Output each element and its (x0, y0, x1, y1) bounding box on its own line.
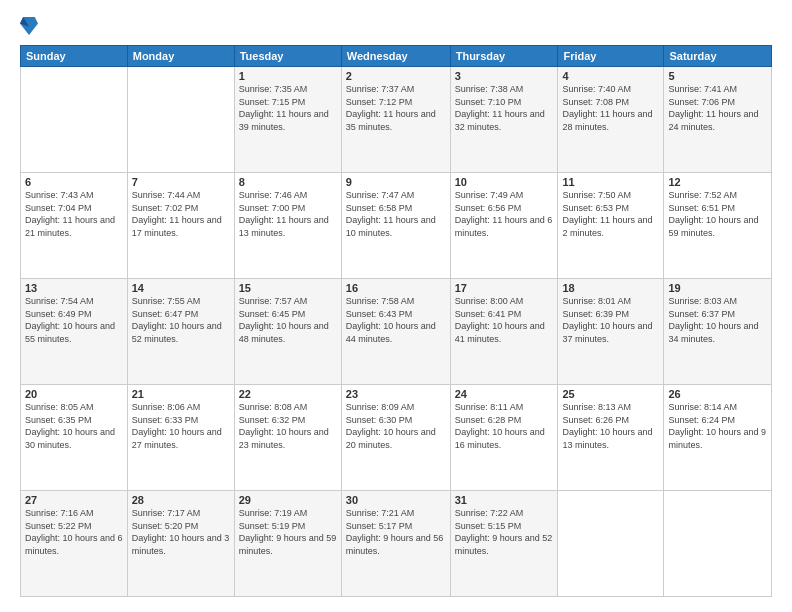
day-info: Sunrise: 7:22 AM Sunset: 5:15 PM Dayligh… (455, 507, 554, 557)
day-number: 16 (346, 282, 446, 294)
day-number: 6 (25, 176, 123, 188)
calendar-cell: 12Sunrise: 7:52 AM Sunset: 6:51 PM Dayli… (664, 173, 772, 279)
day-info: Sunrise: 8:13 AM Sunset: 6:26 PM Dayligh… (562, 401, 659, 451)
day-info: Sunrise: 7:46 AM Sunset: 7:00 PM Dayligh… (239, 189, 337, 239)
calendar-cell: 8Sunrise: 7:46 AM Sunset: 7:00 PM Daylig… (234, 173, 341, 279)
calendar-cell (664, 491, 772, 597)
calendar-body: 1Sunrise: 7:35 AM Sunset: 7:15 PM Daylig… (21, 67, 772, 597)
calendar: SundayMondayTuesdayWednesdayThursdayFrid… (20, 45, 772, 597)
day-of-week-sunday: Sunday (21, 46, 128, 67)
calendar-cell: 1Sunrise: 7:35 AM Sunset: 7:15 PM Daylig… (234, 67, 341, 173)
day-number: 9 (346, 176, 446, 188)
day-info: Sunrise: 7:47 AM Sunset: 6:58 PM Dayligh… (346, 189, 446, 239)
day-number: 26 (668, 388, 767, 400)
calendar-cell: 15Sunrise: 7:57 AM Sunset: 6:45 PM Dayli… (234, 279, 341, 385)
calendar-cell: 4Sunrise: 7:40 AM Sunset: 7:08 PM Daylig… (558, 67, 664, 173)
day-info: Sunrise: 7:17 AM Sunset: 5:20 PM Dayligh… (132, 507, 230, 557)
calendar-cell: 22Sunrise: 8:08 AM Sunset: 6:32 PM Dayli… (234, 385, 341, 491)
calendar-cell: 3Sunrise: 7:38 AM Sunset: 7:10 PM Daylig… (450, 67, 558, 173)
day-info: Sunrise: 7:49 AM Sunset: 6:56 PM Dayligh… (455, 189, 554, 239)
day-info: Sunrise: 8:05 AM Sunset: 6:35 PM Dayligh… (25, 401, 123, 451)
day-info: Sunrise: 7:57 AM Sunset: 6:45 PM Dayligh… (239, 295, 337, 345)
calendar-cell: 2Sunrise: 7:37 AM Sunset: 7:12 PM Daylig… (341, 67, 450, 173)
calendar-cell: 7Sunrise: 7:44 AM Sunset: 7:02 PM Daylig… (127, 173, 234, 279)
day-number: 12 (668, 176, 767, 188)
day-info: Sunrise: 7:38 AM Sunset: 7:10 PM Dayligh… (455, 83, 554, 133)
day-number: 15 (239, 282, 337, 294)
day-number: 19 (668, 282, 767, 294)
day-number: 5 (668, 70, 767, 82)
day-info: Sunrise: 8:00 AM Sunset: 6:41 PM Dayligh… (455, 295, 554, 345)
day-info: Sunrise: 8:09 AM Sunset: 6:30 PM Dayligh… (346, 401, 446, 451)
day-number: 14 (132, 282, 230, 294)
day-number: 29 (239, 494, 337, 506)
day-number: 24 (455, 388, 554, 400)
calendar-cell: 29Sunrise: 7:19 AM Sunset: 5:19 PM Dayli… (234, 491, 341, 597)
day-number: 4 (562, 70, 659, 82)
week-row: 1Sunrise: 7:35 AM Sunset: 7:15 PM Daylig… (21, 67, 772, 173)
day-number: 28 (132, 494, 230, 506)
calendar-cell: 10Sunrise: 7:49 AM Sunset: 6:56 PM Dayli… (450, 173, 558, 279)
day-info: Sunrise: 7:19 AM Sunset: 5:19 PM Dayligh… (239, 507, 337, 557)
day-info: Sunrise: 7:35 AM Sunset: 7:15 PM Dayligh… (239, 83, 337, 133)
calendar-cell: 27Sunrise: 7:16 AM Sunset: 5:22 PM Dayli… (21, 491, 128, 597)
day-number: 1 (239, 70, 337, 82)
day-number: 31 (455, 494, 554, 506)
calendar-cell (558, 491, 664, 597)
day-info: Sunrise: 7:55 AM Sunset: 6:47 PM Dayligh… (132, 295, 230, 345)
day-number: 22 (239, 388, 337, 400)
calendar-cell: 9Sunrise: 7:47 AM Sunset: 6:58 PM Daylig… (341, 173, 450, 279)
calendar-cell: 24Sunrise: 8:11 AM Sunset: 6:28 PM Dayli… (450, 385, 558, 491)
day-info: Sunrise: 8:01 AM Sunset: 6:39 PM Dayligh… (562, 295, 659, 345)
calendar-cell: 20Sunrise: 8:05 AM Sunset: 6:35 PM Dayli… (21, 385, 128, 491)
day-number: 7 (132, 176, 230, 188)
day-number: 11 (562, 176, 659, 188)
day-number: 21 (132, 388, 230, 400)
calendar-cell: 16Sunrise: 7:58 AM Sunset: 6:43 PM Dayli… (341, 279, 450, 385)
calendar-cell: 5Sunrise: 7:41 AM Sunset: 7:06 PM Daylig… (664, 67, 772, 173)
day-info: Sunrise: 8:06 AM Sunset: 6:33 PM Dayligh… (132, 401, 230, 451)
day-number: 25 (562, 388, 659, 400)
day-info: Sunrise: 7:54 AM Sunset: 6:49 PM Dayligh… (25, 295, 123, 345)
day-info: Sunrise: 7:41 AM Sunset: 7:06 PM Dayligh… (668, 83, 767, 133)
day-number: 2 (346, 70, 446, 82)
calendar-cell: 30Sunrise: 7:21 AM Sunset: 5:17 PM Dayli… (341, 491, 450, 597)
day-info: Sunrise: 7:50 AM Sunset: 6:53 PM Dayligh… (562, 189, 659, 239)
day-info: Sunrise: 8:14 AM Sunset: 6:24 PM Dayligh… (668, 401, 767, 451)
day-info: Sunrise: 8:08 AM Sunset: 6:32 PM Dayligh… (239, 401, 337, 451)
calendar-header: SundayMondayTuesdayWednesdayThursdayFrid… (21, 46, 772, 67)
day-info: Sunrise: 7:16 AM Sunset: 5:22 PM Dayligh… (25, 507, 123, 557)
day-of-week-monday: Monday (127, 46, 234, 67)
logo-icon (20, 15, 38, 37)
day-number: 23 (346, 388, 446, 400)
day-number: 10 (455, 176, 554, 188)
day-info: Sunrise: 7:43 AM Sunset: 7:04 PM Dayligh… (25, 189, 123, 239)
day-of-week-tuesday: Tuesday (234, 46, 341, 67)
day-number: 30 (346, 494, 446, 506)
day-info: Sunrise: 8:11 AM Sunset: 6:28 PM Dayligh… (455, 401, 554, 451)
calendar-cell: 18Sunrise: 8:01 AM Sunset: 6:39 PM Dayli… (558, 279, 664, 385)
day-number: 20 (25, 388, 123, 400)
week-row: 27Sunrise: 7:16 AM Sunset: 5:22 PM Dayli… (21, 491, 772, 597)
week-row: 6Sunrise: 7:43 AM Sunset: 7:04 PM Daylig… (21, 173, 772, 279)
day-number: 17 (455, 282, 554, 294)
calendar-cell: 26Sunrise: 8:14 AM Sunset: 6:24 PM Dayli… (664, 385, 772, 491)
day-info: Sunrise: 7:37 AM Sunset: 7:12 PM Dayligh… (346, 83, 446, 133)
day-number: 27 (25, 494, 123, 506)
day-number: 18 (562, 282, 659, 294)
calendar-cell (21, 67, 128, 173)
day-number: 8 (239, 176, 337, 188)
day-info: Sunrise: 7:40 AM Sunset: 7:08 PM Dayligh… (562, 83, 659, 133)
day-number: 13 (25, 282, 123, 294)
day-number: 3 (455, 70, 554, 82)
calendar-cell (127, 67, 234, 173)
page: SundayMondayTuesdayWednesdayThursdayFrid… (0, 0, 792, 612)
calendar-cell: 11Sunrise: 7:50 AM Sunset: 6:53 PM Dayli… (558, 173, 664, 279)
calendar-cell: 28Sunrise: 7:17 AM Sunset: 5:20 PM Dayli… (127, 491, 234, 597)
day-of-week-friday: Friday (558, 46, 664, 67)
calendar-cell: 21Sunrise: 8:06 AM Sunset: 6:33 PM Dayli… (127, 385, 234, 491)
calendar-cell: 23Sunrise: 8:09 AM Sunset: 6:30 PM Dayli… (341, 385, 450, 491)
header (20, 15, 772, 37)
day-info: Sunrise: 7:58 AM Sunset: 6:43 PM Dayligh… (346, 295, 446, 345)
calendar-cell: 6Sunrise: 7:43 AM Sunset: 7:04 PM Daylig… (21, 173, 128, 279)
